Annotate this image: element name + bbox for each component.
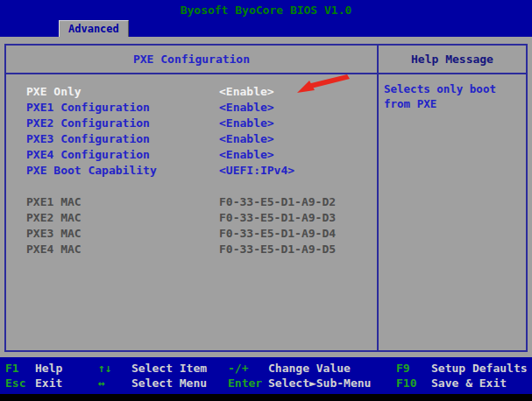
hint-change-value: -/+Change Value (228, 362, 351, 375)
info-value: F0-33-E5-D1-A9-D5 (219, 243, 336, 256)
info-value: F0-33-E5-D1-A9-D4 (219, 227, 336, 240)
hint-label: Exit (35, 376, 62, 390)
hint-label: Save & Exit (431, 376, 507, 390)
info-label: PXE3 MAC (26, 226, 219, 242)
help-text: Selects only boot from PXE (379, 74, 526, 111)
setting-row-pxe3-configuration[interactable]: PXE3 Configuration<Enable> (26, 131, 377, 147)
header-bar: Byosoft ByoCore BIOS V1.0 Advanced (0, 0, 532, 37)
setting-label: PXE3 Configuration (26, 131, 219, 147)
key-leftright-icon: ↔ (98, 376, 131, 390)
info-label: PXE4 MAC (26, 242, 219, 257)
setting-value: <Enable> (219, 148, 274, 161)
hint-label: Select Menu (131, 376, 207, 390)
hint-label: Help (35, 362, 62, 375)
tab-advanced[interactable]: Advanced (59, 20, 129, 37)
setting-value: <Enable> (219, 132, 274, 145)
key-hints-bar: F1Help ↑↓Select Item -/+Change Value F9S… (0, 357, 532, 394)
annotation-arrow-icon (296, 74, 351, 95)
key-updown-icon: ↑↓ (98, 362, 131, 375)
setting-value: <UEFI:IPv4> (219, 164, 294, 177)
key-f1: F1 (5, 362, 35, 375)
hint-label: Select Item (131, 362, 207, 375)
key-esc: Esc (5, 376, 35, 390)
hint-select-item: ↑↓Select Item (98, 362, 207, 375)
key-hints-row-1: F1Help ↑↓Select Item -/+Change Value F9S… (0, 362, 532, 375)
bios-title: Byosoft ByoCore BIOS V1.0 (0, 4, 532, 17)
screen-bottom-edge (0, 394, 532, 401)
hint-label: Setup Defaults (431, 362, 528, 375)
key-f10: F10 (396, 376, 431, 390)
page-title: PXE Configuration (6, 46, 377, 74)
key-hints-row-2: EscExit ↔Select Menu EnterSelect►Sub-Men… (0, 376, 532, 390)
info-row-pxe1-mac: PXE1 MACF0-33-E5-D1-A9-D2 (26, 194, 377, 210)
info-value: F0-33-E5-D1-A9-D2 (219, 195, 336, 208)
setting-row-pxe2-configuration[interactable]: PXE2 Configuration<Enable> (26, 116, 377, 131)
main-panel: PXE Configuration PXE Only<Enable> PXE1 … (4, 44, 528, 352)
setting-value: <Enable> (219, 101, 274, 114)
setting-row-pxe1-configuration[interactable]: PXE1 Configuration<Enable> (26, 100, 377, 116)
help-panel: Help Message Selects only boot from PXE (379, 46, 526, 350)
key-f9: F9 (396, 362, 431, 375)
key-enter: Enter (228, 376, 268, 390)
settings-list: PXE Only<Enable> PXE1 Configuration<Enab… (6, 74, 377, 257)
hint-exit: EscExit (5, 376, 62, 390)
bios-screen: Byosoft ByoCore BIOS V1.0 Advanced PXE C… (0, 0, 532, 401)
setting-row-pxe4-configuration[interactable]: PXE4 Configuration<Enable> (26, 147, 377, 163)
key-minus-plus: -/+ (228, 362, 268, 375)
hint-setup-defaults: F9Setup Defaults (396, 362, 528, 375)
help-title: Help Message (379, 46, 526, 74)
info-label: PXE2 MAC (26, 210, 219, 226)
hint-label: Change Value (268, 362, 351, 375)
setting-label: PXE4 Configuration (26, 147, 219, 163)
setting-value: <Enable> (219, 116, 274, 130)
setting-label: PXE Boot Capability (26, 163, 219, 179)
spacer (26, 179, 377, 194)
setting-label: PXE Only (26, 84, 219, 100)
info-row-pxe4-mac: PXE4 MACF0-33-E5-D1-A9-D5 (26, 242, 377, 257)
info-value: F0-33-E5-D1-A9-D3 (219, 211, 336, 224)
setting-label: PXE1 Configuration (26, 100, 219, 116)
setting-label: PXE2 Configuration (26, 116, 219, 131)
info-row-pxe2-mac: PXE2 MACF0-33-E5-D1-A9-D3 (26, 210, 377, 226)
setting-value: <Enable> (219, 85, 274, 98)
setting-row-pxe-boot-capability[interactable]: PXE Boot Capability<UEFI:IPv4> (26, 163, 377, 179)
hint-select-submenu: EnterSelect►Sub-Menu (228, 376, 371, 390)
hint-select-menu: ↔Select Menu (98, 376, 207, 390)
info-label: PXE1 MAC (26, 194, 219, 210)
hint-help: F1Help (5, 362, 62, 375)
hint-label: Select►Sub-Menu (268, 376, 371, 390)
info-row-pxe3-mac: PXE3 MACF0-33-E5-D1-A9-D4 (26, 226, 377, 242)
hint-save-exit: F10Save & Exit (396, 376, 507, 390)
